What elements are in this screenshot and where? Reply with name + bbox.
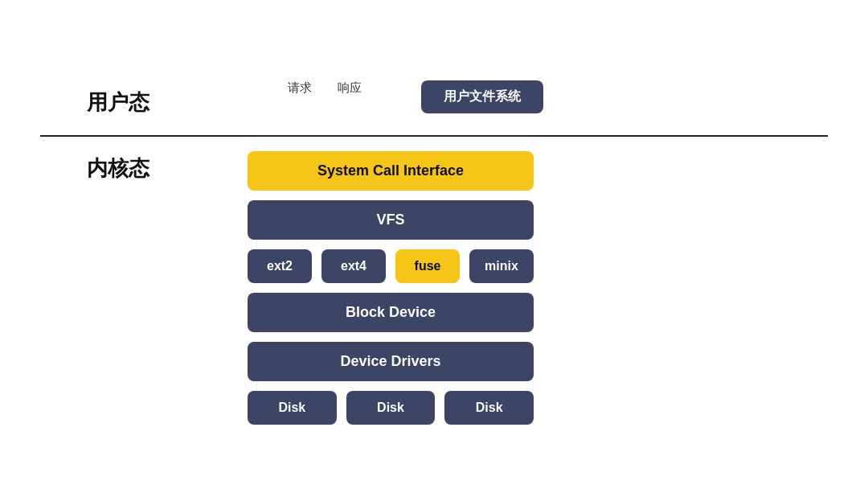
kernel-zone-label: 内核态	[87, 154, 149, 183]
fuse-box: fuse	[395, 249, 460, 283]
response-label: 响应	[338, 80, 362, 96]
ext4-box: ext4	[321, 249, 386, 283]
disk2-box: Disk	[346, 391, 436, 425]
device-drivers-box: Device Drivers	[248, 342, 534, 381]
disk3-box: Disk	[444, 391, 534, 425]
user-fs-button[interactable]: 用户文件系统	[421, 80, 543, 113]
request-label: 请求	[288, 80, 312, 96]
minix-box: minix	[469, 249, 534, 283]
disk1-box: Disk	[248, 391, 337, 425]
system-call-interface-box: System Call Interface	[248, 151, 534, 191]
zone-divider	[40, 135, 828, 137]
fs-row: ext2 ext4 fuse minix	[248, 249, 534, 283]
ext2-box: ext2	[248, 249, 312, 283]
disk-row: Disk Disk Disk	[248, 391, 534, 425]
kernel-diagram: System Call Interface VFS ext2 ext4 fuse…	[248, 151, 534, 425]
user-zone-label: 用户态	[87, 88, 149, 117]
vfs-box: VFS	[248, 200, 534, 240]
block-device-box: Block Device	[248, 293, 534, 332]
